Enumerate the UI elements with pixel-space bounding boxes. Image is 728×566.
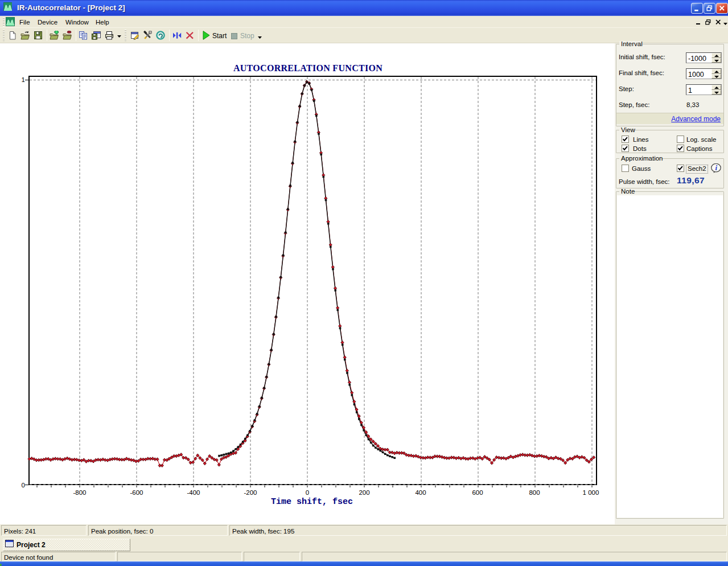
svg-text:800: 800 xyxy=(529,489,540,496)
svg-text:1: 1 xyxy=(22,76,25,83)
svg-text:AUTOCORRELATION FUNCTION: AUTOCORRELATION FUNCTION xyxy=(233,63,382,73)
svg-text:0: 0 xyxy=(22,482,25,489)
svg-text:0: 0 xyxy=(306,489,309,496)
svg-text:1 000: 1 000 xyxy=(583,489,599,496)
svg-text:-600: -600 xyxy=(130,489,143,496)
svg-text:200: 200 xyxy=(359,489,369,496)
svg-text:Time shift, fsec: Time shift, fsec xyxy=(271,497,353,507)
svg-text:-200: -200 xyxy=(244,489,257,496)
svg-text:600: 600 xyxy=(472,489,483,496)
svg-text:400: 400 xyxy=(415,489,426,496)
svg-text:i: i xyxy=(715,163,717,172)
svg-text:-800: -800 xyxy=(73,489,86,496)
svg-text:-400: -400 xyxy=(187,489,200,496)
